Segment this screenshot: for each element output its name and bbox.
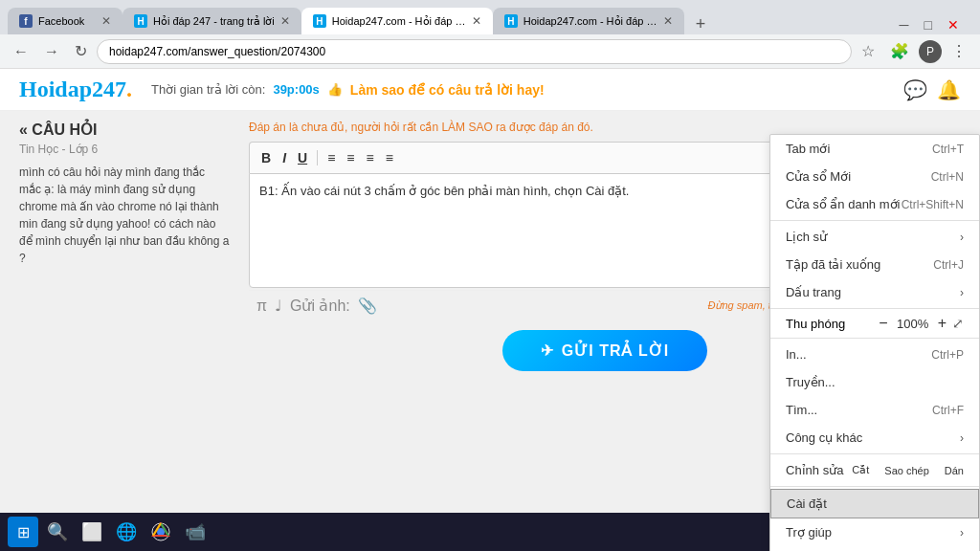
menu-item-incognito-shortcut: Ctrl+Shift+N (902, 198, 964, 211)
new-tab-button[interactable]: + (688, 14, 714, 34)
menu-item-more-tools-label: Công cụ khác (786, 430, 960, 445)
file-label: Gửi ảnh: (290, 297, 350, 315)
tab-hoidap-2-close[interactable]: ✕ (472, 14, 481, 28)
motivation-icon: 👍 (327, 82, 343, 97)
menu-item-settings-label: Cài đặt (787, 496, 963, 511)
menu-item-downloads-label: Tập đã tải xuống (786, 257, 933, 272)
menu-item-new-tab-shortcut: Ctrl+T (932, 143, 964, 156)
minimize-button[interactable]: ─ (894, 15, 915, 34)
menu-item-find-label: Tìm... (786, 403, 932, 417)
tab-hoidap-2[interactable]: H Hoidap247.com - Hỏi đáp online... ✕ (301, 8, 493, 34)
menu-item-help[interactable]: Trợ giúp › (770, 518, 979, 546)
align-center-button[interactable]: ≡ (343, 148, 358, 167)
menu-item-new-tab[interactable]: Tab mới Ctrl+T (770, 135, 979, 163)
menu-item-downloads[interactable]: Tập đã tải xuống Ctrl+J (770, 251, 979, 278)
menu-item-new-window[interactable]: Cửa sổ Mới Ctrl+N (770, 163, 979, 190)
menu-item-history[interactable]: Lịch sử › (770, 223, 979, 251)
menu-item-find-shortcut: Ctrl+F (932, 404, 964, 417)
tab-hoidap-1-label: Hỏi đáp 247 - trang trả lời (153, 15, 275, 28)
question-panel: « CÂU HỎI Tin Học - Lớp 6 mình có câu hỏ… (19, 121, 230, 541)
menu-item-help-label: Trợ giúp (786, 525, 960, 540)
question-subject: Tin Học - Lớp 6 (19, 143, 230, 156)
site-logo: Hoidap247. (19, 77, 132, 102)
submit-button[interactable]: ✈ GỬI TRẢ LỜI (502, 330, 707, 371)
tab-facebook-close[interactable]: ✕ (101, 14, 111, 28)
tab-hoidap-1-close[interactable]: ✕ (280, 14, 290, 28)
menu-item-history-arrow: › (960, 231, 964, 244)
menu-zoom-controls: − 100% + ⤢ (879, 315, 964, 332)
menu-item-downloads-shortcut: Ctrl+J (933, 258, 964, 272)
question-text: mình có câu hỏi này mình đang thắc mắc ạ… (19, 164, 230, 267)
zoom-in-button[interactable]: + (938, 315, 947, 332)
editor-content: B1: Ấn vào cái nút 3 chấm ở góc bên phải… (259, 184, 629, 198)
zoom-expand-button[interactable]: ⤢ (952, 316, 964, 331)
menu-item-bookmarks-arrow: › (960, 286, 964, 299)
menu-button[interactable]: ⋮ (946, 40, 972, 62)
align-right-button[interactable]: ≡ (362, 148, 377, 167)
address-input[interactable] (97, 39, 852, 64)
taskbar-chrome-icon[interactable] (145, 517, 176, 547)
align-justify-button[interactable]: ≡ (382, 148, 397, 167)
align-left-button[interactable]: ≡ (323, 148, 339, 167)
copy-label[interactable]: Sao chép (884, 465, 928, 476)
menu-item-print-shortcut: Ctrl+P (931, 348, 964, 362)
menu-item-history-label: Lịch sử (786, 230, 960, 244)
tab-hoidap-2-label: Hoidap247.com - Hỏi đáp online... (332, 15, 466, 28)
taskbar-taskview-icon[interactable]: ⬜ (77, 517, 107, 547)
menu-item-print[interactable]: In... Ctrl+P (770, 341, 979, 368)
bookmark-star-button[interactable]: ☆ (856, 40, 880, 62)
menu-item-exit[interactable]: Thoát (770, 546, 979, 551)
zoom-value: 100% (894, 317, 932, 331)
extension-button[interactable]: 🧩 (884, 40, 915, 62)
menu-edit-label: Chỉnh sửa (786, 463, 844, 477)
menu-item-more-tools-arrow: › (960, 431, 964, 445)
forward-button[interactable]: → (38, 41, 65, 62)
tab-hoidap-1[interactable]: H Hỏi đáp 247 - trang trả lời ✕ (122, 8, 301, 34)
bell-icon[interactable]: 🔔 (937, 78, 961, 101)
tab-hoidap-3[interactable]: H Hoidap247.com - Hỏi đáp online... ✕ (493, 8, 684, 34)
menu-item-incognito[interactable]: Cửa sổ ẩn danh mới Ctrl+Shift+N (770, 190, 979, 218)
close-button[interactable]: ✕ (942, 15, 965, 34)
tab-hoidap-3-close[interactable]: ✕ (663, 14, 673, 28)
cut-label[interactable]: Cắt (852, 464, 869, 476)
menu-item-more-tools[interactable]: Công cụ khác › (770, 424, 979, 452)
menu-divider-5 (770, 486, 979, 487)
taskbar-zoom-icon[interactable]: 📹 (180, 517, 211, 547)
header-right: 💬 🔔 (903, 78, 961, 101)
menu-item-settings[interactable]: Cài đặt (770, 489, 979, 518)
countdown: 39p:00s (273, 82, 319, 97)
chat-icon[interactable]: 💬 (903, 78, 927, 101)
page-wrapper: Hoidap247. Thời gian trả lời còn: 39p:00… (0, 69, 980, 551)
answer-notice: Đáp án là chưa đủ, người hỏi rất cần LÀM… (249, 121, 961, 134)
menu-item-bookmarks[interactable]: Dấu trang › (770, 278, 979, 306)
italic-button[interactable]: I (278, 148, 290, 167)
menu-zoom-row: Thu phóng − 100% + ⤢ (770, 311, 979, 336)
tab-facebook-label: Facebook (38, 15, 96, 27)
reload-button[interactable]: ↻ (69, 40, 93, 62)
time-label: Thời gian trả lời còn: (151, 82, 265, 97)
menu-item-find[interactable]: Tìm... Ctrl+F (770, 396, 979, 424)
zoom-out-button[interactable]: − (879, 315, 887, 332)
pi-icon[interactable]: π (256, 298, 267, 315)
taskbar-edge-icon[interactable]: 🌐 (111, 517, 142, 547)
menu-item-bookmarks-label: Dấu trang (786, 285, 960, 299)
taskbar-search-icon[interactable]: 🔍 (42, 517, 73, 547)
maximize-button[interactable]: □ (919, 15, 938, 34)
tab-facebook[interactable]: f Facebook ✕ (8, 8, 122, 34)
attachment-icon[interactable]: 📎 (358, 297, 377, 315)
menu-divider-2 (770, 308, 979, 309)
taskbar-start-button[interactable]: ⊞ (8, 517, 38, 547)
tab-hoidap-3-label: Hoidap247.com - Hỏi đáp online... (523, 15, 657, 28)
music-icon[interactable]: ♩ (275, 297, 282, 315)
logo-text: Hoidap247 (19, 77, 126, 101)
menu-item-new-window-shortcut: Ctrl+N (931, 170, 964, 184)
back-button[interactable]: ← (8, 41, 34, 62)
menu-zoom-label: Thu phóng (786, 317, 879, 331)
underline-button[interactable]: U (294, 148, 311, 167)
address-bar-row: ← → ↻ ☆ 🧩 P ⋮ (0, 34, 980, 69)
profile-button[interactable]: P (919, 40, 942, 63)
menu-item-cast[interactable]: Truyền... (770, 368, 979, 396)
paste-label[interactable]: Dán (945, 465, 964, 476)
menu-item-edit-row: Chỉnh sửa Cắt Sao chép Dán (770, 456, 979, 484)
bold-button[interactable]: B (257, 148, 275, 167)
